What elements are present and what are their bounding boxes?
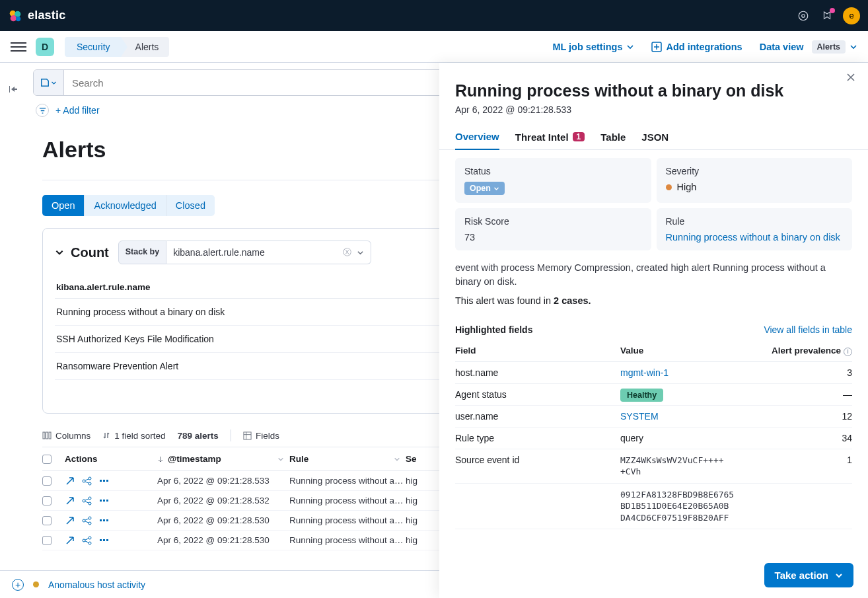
stack-by-select[interactable]: kibana.alert.rule.name ⓧ — [166, 241, 371, 264]
chevron-down-icon — [835, 572, 843, 579]
menu-toggle-icon[interactable] — [11, 42, 26, 52]
sort-desc-icon — [157, 456, 164, 463]
count-panel-toggle[interactable]: Count — [55, 245, 109, 260]
svg-point-13 — [89, 482, 91, 485]
status-closed-button[interactable]: Closed — [166, 195, 215, 216]
flyout-tabs: Overview Threat Intel 1 Table JSON — [439, 126, 868, 150]
expand-icon[interactable] — [65, 476, 75, 486]
stack-by-label: Stack by — [118, 241, 166, 264]
severity-card: Severity High — [657, 158, 853, 203]
filter-options-icon[interactable] — [36, 104, 49, 117]
clear-stackby-icon[interactable]: ⓧ — [343, 246, 351, 258]
svg-rect-10 — [244, 432, 251, 439]
add-timeline-button[interactable]: + — [12, 579, 24, 591]
row-checkbox[interactable] — [42, 476, 52, 486]
hf-row: Source event id MZZ4WKsWsWV2VuCF+++++CVh… — [455, 449, 852, 483]
hf-row: Agent status Healthy — — [455, 383, 852, 405]
more-actions-icon[interactable] — [99, 496, 110, 506]
status-filter-group: Open Acknowledged Closed — [42, 195, 215, 216]
column-rule[interactable]: Rule — [289, 454, 406, 464]
elastic-logo-icon — [8, 9, 22, 23]
status-dropdown[interactable]: Open — [464, 182, 505, 195]
svg-rect-8 — [46, 432, 48, 439]
svg-point-4 — [799, 11, 808, 20]
user-avatar[interactable]: e — [843, 7, 860, 24]
saved-query-button[interactable] — [34, 70, 64, 95]
view-all-fields-link[interactable]: View all fields in table — [764, 324, 852, 335]
row-checkbox[interactable] — [42, 516, 52, 525]
info-icon[interactable]: i — [844, 348, 852, 356]
sort-icon — [102, 431, 110, 439]
host-link[interactable]: mgmt-win-1 — [620, 367, 669, 378]
analyze-icon[interactable] — [82, 515, 92, 526]
svg-point-2 — [11, 15, 17, 21]
columns-button[interactable]: Columns — [42, 431, 90, 441]
breadcrumb: Security Alerts — [65, 37, 169, 57]
analyze-icon[interactable] — [82, 476, 92, 486]
svg-point-25 — [89, 522, 91, 525]
hf-row: host.name mgmt-win-1 3 — [455, 361, 852, 383]
rule-card: Rule Running process without a binary on… — [657, 208, 853, 250]
timeline-link[interactable]: Anomalous host activity — [48, 579, 145, 590]
fields-button[interactable]: Fields — [243, 431, 279, 441]
chevron-down-icon — [626, 43, 634, 51]
more-actions-icon[interactable] — [99, 515, 110, 526]
data-view-selector[interactable]: Data view Alerts — [760, 40, 857, 54]
take-action-button[interactable]: Take action — [764, 563, 853, 587]
more-actions-icon[interactable] — [99, 535, 110, 546]
svg-point-29 — [83, 539, 85, 542]
status-acknowledged-button[interactable]: Acknowledged — [84, 195, 165, 216]
tab-table[interactable]: Table — [600, 126, 626, 149]
chevron-down-icon — [850, 43, 857, 51]
tab-json[interactable]: JSON — [641, 126, 669, 149]
newsfeed-icon[interactable] — [816, 5, 838, 26]
hf-row: Rule type query 34 — [455, 427, 852, 449]
chevron-down-icon — [394, 456, 400, 463]
rule-link[interactable]: Running process without a binary on disk — [666, 232, 840, 243]
status-open-button[interactable]: Open — [42, 195, 84, 216]
close-flyout-button[interactable] — [846, 72, 856, 83]
expand-icon[interactable] — [65, 496, 75, 506]
alert-count-label: 789 alerts — [178, 431, 219, 441]
expand-icon[interactable] — [65, 535, 75, 546]
expand-sidebar-icon[interactable] — [8, 84, 18, 94]
help-icon[interactable] — [793, 5, 814, 26]
tab-threat-intel[interactable]: Threat Intel 1 — [515, 126, 585, 149]
column-actions: Actions — [65, 454, 157, 464]
svg-rect-15 — [103, 480, 105, 482]
fields-icon — [243, 431, 252, 440]
hf-row: user.name SYSTEM 12 — [455, 405, 852, 427]
select-all-checkbox[interactable] — [42, 455, 52, 464]
more-actions-icon[interactable] — [99, 476, 110, 486]
chevron-down-icon — [55, 248, 64, 257]
add-integrations-link[interactable]: Add integrations — [651, 42, 742, 52]
tab-overview[interactable]: Overview — [455, 126, 499, 150]
data-view-badge: Alerts — [812, 40, 846, 54]
notification-dot — [830, 8, 835, 13]
column-timestamp[interactable]: @timestamp — [157, 454, 289, 464]
flyout-title: Running process without a binary on disk — [455, 81, 852, 100]
space-selector[interactable]: D — [36, 38, 54, 56]
status-dot — [33, 581, 39, 587]
highlighted-fields-heading: Highlighted fields — [455, 324, 532, 335]
row-checkbox[interactable] — [42, 536, 52, 545]
hf-row: 0912FA81328FBD9B8E6765BD1B511D0E64E20B65… — [455, 483, 852, 529]
svg-rect-34 — [106, 539, 108, 541]
threat-intel-count-badge: 1 — [573, 132, 585, 141]
chevron-down-icon — [493, 186, 499, 192]
analyze-icon[interactable] — [82, 535, 92, 546]
svg-point-3 — [16, 16, 20, 20]
analyze-icon[interactable] — [82, 496, 92, 506]
user-link[interactable]: SYSTEM — [620, 411, 659, 422]
add-filter-button[interactable]: + Add filter — [55, 105, 100, 116]
breadcrumb-security[interactable]: Security — [65, 37, 121, 57]
svg-rect-32 — [100, 539, 102, 541]
svg-point-31 — [89, 542, 91, 544]
sort-button[interactable]: 1 field sorted — [102, 431, 165, 441]
ml-job-settings-link[interactable]: ML job settings — [552, 42, 634, 52]
svg-point-23 — [83, 519, 85, 522]
columns-icon — [42, 431, 52, 440]
expand-icon[interactable] — [65, 515, 75, 526]
row-checkbox[interactable] — [42, 496, 52, 505]
svg-rect-33 — [103, 539, 105, 541]
